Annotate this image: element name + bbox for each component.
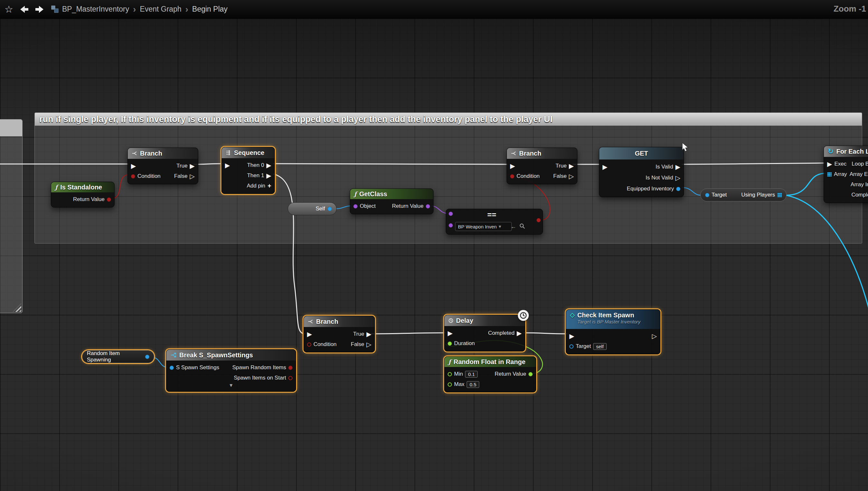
condition-pin[interactable] <box>131 174 135 178</box>
completed-exec-pin[interactable]: ▶ <box>517 330 522 336</box>
wire-usingplayers-foreach-array[interactable] <box>785 173 826 195</box>
pin-label-condition: Condition <box>137 173 161 179</box>
foreach-loop-node[interactable]: ↻ For Each Loop ▶Exec Loop Body▶ Array A… <box>824 146 868 203</box>
branch-node-1[interactable]: Branch ▶ True▶ Condition False▷ <box>127 148 198 184</box>
blueprint-editor: { "toolbar": { "breadcrumb": ["BP_Master… <box>0 0 868 491</box>
wire-self-getclass[interactable] <box>336 206 351 209</box>
random-item-spawning-node[interactable]: Random Item Spawning <box>82 350 154 363</box>
exec-in-pin[interactable]: ▶ <box>602 164 607 170</box>
true-exec-pin[interactable]: ▶ <box>569 163 574 169</box>
using-players-node[interactable]: Target Using Players <box>700 189 786 201</box>
exec-in-pin[interactable]: ▶ <box>307 331 312 337</box>
getclass-node[interactable]: ƒ GetClass Object Return Value <box>350 189 434 214</box>
return-value-pin[interactable] <box>528 372 533 376</box>
breadcrumb-graph[interactable]: Event Graph <box>140 5 182 13</box>
check-item-spawn-node[interactable]: ◇ Check Item Spawn Target is BP Master I… <box>566 309 660 354</box>
isnotvalid-exec-pin[interactable]: ▷ <box>676 175 680 181</box>
min-pin[interactable] <box>448 372 452 376</box>
using-players-array-pin[interactable] <box>777 193 782 197</box>
use-selected-icon[interactable]: ← <box>510 223 516 230</box>
class-equal-node[interactable]: == BP Weapon Inven ▾ ← <box>446 209 543 235</box>
pin-label-false: False <box>174 173 188 179</box>
target-value-chip[interactable]: self <box>593 343 606 350</box>
pin-label-target: Target <box>576 343 591 350</box>
pure-function-icon: ƒ <box>354 191 356 198</box>
pin-label-equipped: Equipped Inventory <box>627 185 674 192</box>
false-exec-pin[interactable]: ▷ <box>367 341 371 348</box>
add-pin-icon[interactable]: + <box>268 182 271 190</box>
return-value-pin[interactable] <box>107 198 111 202</box>
get-node[interactable]: GET ▶ Is Valid▶ Is Not Valid▷ Equipped I… <box>599 147 684 197</box>
exec-in-pin[interactable]: ▶ <box>448 330 453 336</box>
random-item-spawning-pin[interactable] <box>145 355 149 359</box>
back-arrow-icon[interactable] <box>18 5 29 14</box>
exec-out-pin[interactable]: ▷ <box>652 333 657 339</box>
favorite-star-icon[interactable]: ☆ <box>4 4 13 14</box>
node-title: Is Standalone <box>60 184 102 191</box>
array-pin[interactable] <box>827 172 832 177</box>
collapse-chevron-icon[interactable]: ▼ <box>166 383 296 389</box>
self-node[interactable]: Self <box>288 202 337 215</box>
wire-equipped-target[interactable] <box>682 187 702 195</box>
spawn-items-on-start-pin[interactable] <box>288 376 292 380</box>
node-title: Random Float in Range <box>454 358 525 366</box>
wire-getclass-equal[interactable] <box>431 206 447 213</box>
wire-then1-branch3[interactable] <box>273 174 305 334</box>
breadcrumb-node[interactable]: Begin Play <box>192 5 227 13</box>
wire-layer <box>0 0 868 491</box>
breadcrumb-asset[interactable]: BP_MasterInventory <box>62 5 129 13</box>
spawn-random-items-pin[interactable] <box>288 366 292 370</box>
min-value-input[interactable]: 0.1 <box>465 371 477 378</box>
exec-in-pin[interactable]: ▶ <box>225 162 230 169</box>
return-value-pin[interactable] <box>426 204 430 208</box>
exec-in-pin[interactable]: ▶ <box>131 163 136 169</box>
max-value-input[interactable]: 0.5 <box>467 381 479 388</box>
wire-branch3-delay[interactable] <box>370 333 445 334</box>
true-exec-pin[interactable]: ▶ <box>190 163 195 169</box>
struct-in-pin[interactable] <box>169 366 174 370</box>
equal-input-a-pin[interactable] <box>448 212 453 216</box>
equipped-inventory-pin[interactable] <box>676 187 680 191</box>
condition-pin[interactable] <box>510 174 514 178</box>
break-spawn-settings-node[interactable]: Break S_SpawnSettings S Spawn Settings S… <box>166 349 296 392</box>
exec-in-pin[interactable]: ▶ <box>569 333 574 339</box>
target-pin[interactable] <box>705 193 709 197</box>
condition-pin[interactable] <box>307 343 311 347</box>
latent-clock-icon <box>518 310 529 321</box>
max-pin[interactable] <box>448 382 452 386</box>
false-exec-pin[interactable]: ▷ <box>569 173 574 179</box>
equal-output-pin[interactable] <box>536 218 541 222</box>
mouse-cursor-icon <box>682 142 690 152</box>
isvalid-exec-pin[interactable]: ▶ <box>676 164 680 170</box>
wire-then0-branch2[interactable] <box>273 164 508 164</box>
exec-in-pin[interactable]: ▶ <box>510 163 515 169</box>
wire-randomitem-break[interactable] <box>152 357 167 367</box>
sequence-node[interactable]: Sequence ▶ Then 0▶ Then 1▶ Add pin+ <box>221 147 275 194</box>
browse-icon[interactable] <box>520 223 525 229</box>
wire-delay-checkitemspawn[interactable] <box>524 333 567 334</box>
is-standalone-node[interactable]: ƒ Is Standalone Return Value <box>51 182 115 207</box>
pin-label-object: Object <box>360 203 376 209</box>
wire-usingplayers-offscreen[interactable] <box>785 195 868 309</box>
branch-node-2[interactable]: Branch ▶ True▶ Condition False▷ <box>506 148 578 184</box>
branch-icon <box>132 151 137 156</box>
false-exec-pin[interactable]: ▷ <box>190 173 195 179</box>
forward-arrow-icon[interactable] <box>34 5 45 14</box>
graph-toolbar: ☆ BP_MasterInventory › Event Graph › Beg… <box>0 0 868 19</box>
delay-node[interactable]: Delay ▶ Completed▶ Duration <box>444 315 525 351</box>
wire-isvalid-foreach[interactable] <box>682 163 825 164</box>
target-pin[interactable] <box>569 344 574 349</box>
pin-label-arrayindex: Array Index <box>850 181 868 188</box>
class-dropdown[interactable]: BP Weapon Inven ▾ <box>455 222 512 231</box>
branch-node-3[interactable]: Branch ▶ True▶ Condition False▷ <box>304 316 375 352</box>
then1-exec-pin[interactable]: ▶ <box>267 172 271 179</box>
random-float-in-range-node[interactable]: ƒ Random Float in Range Min 0.1 Return V… <box>444 356 536 393</box>
true-exec-pin[interactable]: ▶ <box>367 331 371 337</box>
then0-exec-pin[interactable]: ▶ <box>267 162 271 169</box>
object-pin[interactable] <box>353 204 358 208</box>
duration-pin[interactable] <box>448 342 452 346</box>
pin-label-isnotvalid: Is Not Valid <box>646 175 673 181</box>
equal-input-b-pin[interactable] <box>448 223 453 227</box>
exec-in-pin[interactable]: ▶ <box>827 161 832 167</box>
self-pin[interactable] <box>328 207 332 211</box>
